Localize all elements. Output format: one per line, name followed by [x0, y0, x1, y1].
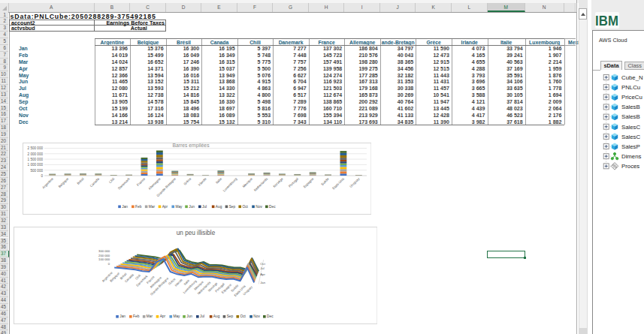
svg-text:May: May [173, 314, 180, 318]
svg-text:Apr: Apr [159, 314, 165, 318]
svg-text:Oct: Oct [240, 314, 246, 318]
svg-text:Feb: Feb [135, 205, 142, 209]
svg-text:Mar: Mar [148, 205, 155, 209]
svg-text:Jul: Jul [202, 205, 207, 209]
svg-text:Cube_N: Cube_N [621, 74, 643, 81]
svg-text:2 500 000: 2 500 000 [27, 146, 43, 150]
svg-text:2 000 000: 2 000 000 [27, 152, 43, 156]
svg-text:Dimens: Dimens [621, 153, 642, 160]
svg-text:Aug: Aug [215, 205, 222, 209]
svg-text:Jun: Jun [186, 314, 192, 318]
svg-text:Dec: Dec [267, 314, 274, 318]
svg-text:Apr: Apr [162, 205, 168, 209]
svg-text:May: May [175, 205, 183, 209]
svg-text:Jan: Jan [122, 205, 128, 209]
svg-text:Sep: Sep [228, 205, 235, 209]
svg-text:Jun: Jun [189, 205, 195, 209]
svg-text:Feb: Feb [133, 314, 140, 318]
svg-text:SalesB: SalesB [621, 113, 640, 120]
svg-text:Jan: Jan [260, 280, 266, 284]
svg-text:un peu illisible: un peu illisible [177, 230, 216, 236]
svg-text:500 000: 500 000 [30, 169, 43, 173]
svg-text:SalesP: SalesP [621, 143, 640, 150]
svg-text:1 000 000: 1 000 000 [27, 163, 43, 167]
svg-text:300 000: 300 000 [98, 249, 110, 253]
svg-text:Barres empilées: Barres empilées [172, 143, 210, 149]
svg-text:0: 0 [41, 174, 43, 178]
svg-text:100 000: 100 000 [98, 257, 110, 261]
svg-text:SalesC: SalesC [621, 134, 641, 140]
svg-text:Jan: Jan [119, 314, 125, 318]
svg-text:Dec: Dec [269, 205, 276, 209]
svg-text:Proces: Proces [621, 163, 639, 170]
svg-text:Oct: Oct [260, 261, 265, 265]
svg-text:PriceCu: PriceCu [621, 94, 642, 101]
svg-text:Apr: Apr [260, 272, 265, 276]
svg-text:Jul: Jul [200, 314, 204, 318]
svg-text:Nov: Nov [253, 314, 260, 318]
svg-text:SalesB: SalesB [621, 104, 640, 110]
svg-text:Sep: Sep [226, 314, 233, 318]
svg-text:Mar: Mar [147, 314, 153, 318]
svg-text:200 000: 200 000 [98, 253, 110, 257]
svg-text:Nov: Nov [255, 205, 262, 209]
svg-text:Aug: Aug [213, 314, 220, 318]
svg-text:PNLCu: PNLCu [621, 84, 640, 91]
svg-text:SalesC: SalesC [621, 124, 641, 131]
svg-text:Oct: Oct [242, 205, 248, 209]
svg-text:1 500 000: 1 500 000 [27, 158, 43, 161]
svg-text:Jul: Jul [260, 266, 265, 269]
